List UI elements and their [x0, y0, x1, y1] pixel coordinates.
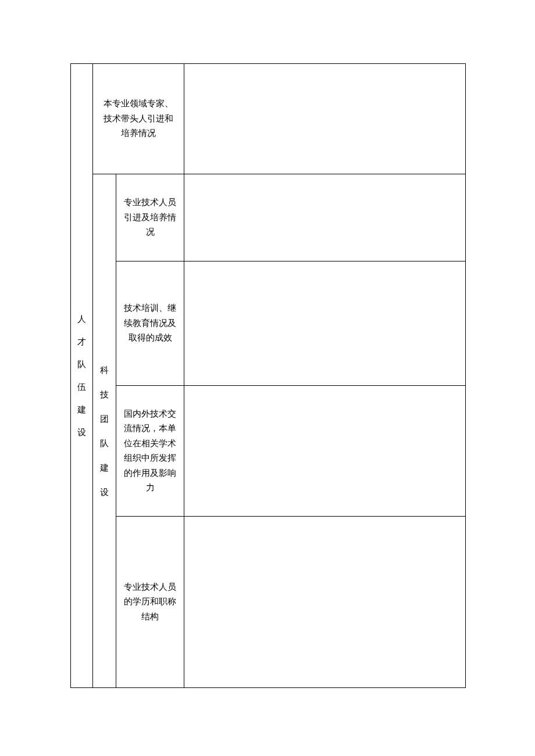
table-row: 专业技术人员的学历和职称结构 [116, 517, 465, 687]
top-row: 本专业领域专家、技术带头人引进和培养情况 [93, 64, 465, 174]
category-label: 人才队伍建设 [77, 308, 86, 444]
item-value-cell [184, 386, 465, 516]
table-row: 技术培训、继续教育情况及取得的成效 [116, 261, 465, 386]
bottom-section: 科技团队建设 专业技术人员引进及培养情况 技术培训、继续教育情况及取得的成效 [93, 174, 465, 687]
item-value-cell [184, 261, 465, 385]
table-row: 专业技术人员引进及培养情况 [116, 174, 465, 261]
items-column: 专业技术人员引进及培养情况 技术培训、继续教育情况及取得的成效 国内外技术交流情… [116, 174, 465, 687]
item-label-cell: 专业技术人员的学历和职称结构 [116, 517, 184, 687]
item-label: 专业技术人员引进及培养情况 [123, 195, 177, 240]
item-label-cell: 专业技术人员引进及培养情况 [116, 174, 184, 261]
table-row: 国内外技术交流情况，本单位在相关学术组织中所发挥的作用及影响力 [116, 386, 465, 517]
item-label-cell: 技术培训、继续教育情况及取得的成效 [116, 261, 184, 385]
item-label: 国内外技术交流情况，本单位在相关学术组织中所发挥的作用及影响力 [123, 407, 177, 496]
category-column: 人才队伍建设 [71, 64, 93, 687]
top-row-label: 本专业领域专家、技术带头人引进和培养情况 [101, 96, 176, 141]
content-column: 本专业领域专家、技术带头人引进和培养情况 科技团队建设 专业技术人员引进及培养情… [93, 64, 465, 687]
item-label: 技术培训、继续教育情况及取得的成效 [123, 301, 177, 346]
item-value-cell [184, 174, 465, 261]
item-label: 专业技术人员的学历和职称结构 [123, 580, 177, 625]
subcategory-column: 科技团队建设 [93, 174, 116, 687]
item-label-cell: 国内外技术交流情况，本单位在相关学术组织中所发挥的作用及影响力 [116, 386, 184, 516]
subcategory-label: 科技团队建设 [100, 358, 109, 504]
top-row-label-cell: 本专业领域专家、技术带头人引进和培养情况 [93, 64, 184, 174]
top-row-value-cell [184, 64, 465, 174]
item-value-cell [184, 517, 465, 687]
form-table: 人才队伍建设 本专业领域专家、技术带头人引进和培养情况 科技团队建设 专业技术人… [70, 63, 466, 688]
